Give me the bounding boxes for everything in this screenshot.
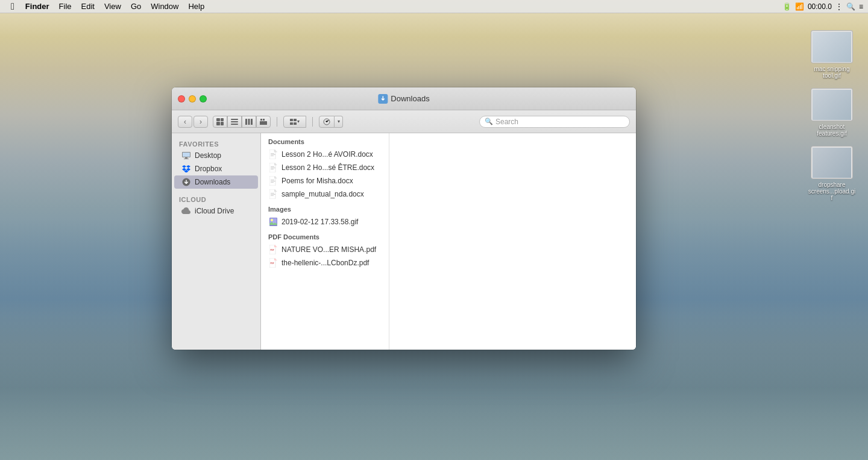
svg-rect-18 [271,154,275,155]
search-menubar-icon[interactable]: 🔍 [846,2,855,11]
pdf-icon-nature: PDF [268,245,278,254]
sidebar-item-dropbox[interactable]: Dropbox [174,162,258,175]
gallery-view-button[interactable] [256,116,271,128]
group-view-button[interactable]: ▾ [283,116,306,128]
finder-main: Favorites Desktop [172,133,636,350]
svg-rect-26 [271,181,275,181]
sidebar-item-desktop[interactable]: Desktop [174,149,258,162]
sidebar-item-icloud-drive[interactable]: iCloud Drive [174,204,258,218]
documents-group-header: Documents [261,133,389,148]
file-name-poems: Poems for Misha.docx [281,177,353,185]
menubar-view[interactable]: View [99,0,126,13]
svg-text:PDF: PDF [270,249,274,251]
desktop-icons-container: mac snipping tool.gif cleanshot features… [808,30,856,201]
mac-snipping-thumbnail [811,30,853,63]
docx-icon-nda [268,189,278,199]
svg-text:PDF: PDF [270,262,274,265]
svg-rect-9 [294,122,297,125]
search-input[interactable]: Search [495,118,624,126]
sidebar-item-downloads[interactable]: Downloads [174,175,258,189]
sidebar-icloud-label: iCloud Drive [195,207,234,215]
docx-icon-avoir [268,150,278,159]
finder-titlebar: Downloads [172,87,636,110]
group-view-dropdown: ▾ [283,116,306,128]
menubar-right: 🔋 📶 00:00.0 ⋮ 🔍 ≡ [782,2,863,11]
svg-rect-12 [183,153,190,157]
downloads-sidebar-icon [181,177,191,187]
file-item-nda[interactable]: sample_mutual_nda.docx [261,187,389,201]
desktop-icon-cleanshot[interactable]: cleanshot features.gif [808,88,856,137]
file-name-etre: Lesson 2 Ho...sé ÊTRE.docx [281,163,374,172]
svg-rect-21 [271,166,274,167]
close-button[interactable] [178,95,185,102]
icon-view-button[interactable] [213,116,227,128]
apple-menu[interactable]:  [5,0,20,13]
svg-rect-23 [271,169,274,169]
finder-window: Downloads ‹ › [172,87,636,350]
menubar-file[interactable]: File [54,0,77,13]
gif-icon-screenshot [268,217,278,227]
menubar-finder[interactable]: Finder [20,0,54,13]
menubar-window[interactable]: Window [146,0,183,13]
dropbox-sidebar-icon [181,164,191,174]
back-button[interactable]: ‹ [178,116,192,128]
forward-button[interactable]: › [193,116,208,128]
finder-content: Documents Lesson 2 Ho...é AVOIR.docx [261,133,389,350]
pdf-icon-hellenic: PDF [268,258,278,268]
images-group-header: Images [261,201,389,215]
control-center-icon[interactable]: ≡ [859,2,863,11]
icloud-label: iCloud [172,194,260,204]
docx-icon-poems [268,176,278,186]
list-view-button[interactable] [227,116,242,128]
action-button-group: ▾ [319,116,343,128]
file-item-avoir[interactable]: Lesson 2 Ho...é AVOIR.docx [261,148,389,161]
file-name-gif: 2019-02-12 17.33.58.gif [281,218,358,226]
toolbar-separator-1 [277,117,277,127]
file-item-nature-pdf[interactable]: PDF NATURE VO...ER MISHA.pdf [261,243,389,256]
file-name-hellenic-pdf: the-hellenic-...LCbonDz.pdf [281,259,369,267]
mac-snipping-label: mac snipping tool.gif [808,66,856,79]
svg-rect-30 [271,194,275,195]
file-item-gif[interactable]: 2019-02-12 17.33.58.gif [261,215,389,228]
maximize-button[interactable] [200,95,207,102]
column-view-button[interactable] [242,116,256,128]
window-title-area: Downloads [378,94,429,104]
favorites-label: Favorites [172,138,260,149]
svg-rect-31 [271,195,274,196]
file-item-etre[interactable]: Lesson 2 Ho...sé ÊTRE.docx [261,161,389,174]
window-controls [172,95,207,102]
search-box-icon: 🔍 [485,118,493,125]
menubar-go[interactable]: Go [126,0,146,13]
svg-rect-19 [271,156,274,156]
desktop-icon-mac-snipping[interactable]: mac snipping tool.gif [808,30,856,79]
menubar-edit[interactable]: Edit [77,0,99,13]
svg-rect-14 [184,159,189,159]
menubar:  Finder File Edit View Go Window Help 🔋… [0,0,868,13]
finder-toolbar: ‹ › [172,110,636,133]
window-title: Downloads [391,94,429,103]
wifi-icon: 📶 [795,2,804,11]
menubar-help[interactable]: Help [183,0,209,13]
desktop-icon-dropshare[interactable]: dropshare screens...pload.gif [808,146,856,201]
cleanshot-label: cleanshot features.gif [808,124,856,137]
search-box[interactable]: 🔍 Search [479,116,630,128]
svg-rect-2 [251,119,253,125]
nav-buttons: ‹ › [178,116,208,128]
finder-preview-pane [389,133,636,350]
sidebar-desktop-label: Desktop [195,151,221,160]
file-item-hellenic-pdf[interactable]: PDF the-hellenic-...LCbonDz.pdf [261,256,389,269]
action-dropdown-button[interactable]: ▾ [335,116,343,128]
action-button[interactable] [319,116,335,128]
svg-rect-1 [248,119,250,125]
svg-rect-6 [290,119,293,121]
file-item-poems[interactable]: Poems for Misha.docx [261,174,389,187]
svg-rect-8 [290,122,293,125]
svg-rect-13 [185,157,187,159]
minimize-button[interactable] [189,95,196,102]
docx-icon-etre [268,163,278,172]
desktop-sidebar-icon [181,151,191,160]
svg-rect-3 [260,121,267,125]
sidebar-dropbox-label: Dropbox [195,165,222,173]
svg-rect-17 [271,153,274,154]
svg-rect-25 [271,180,274,180]
